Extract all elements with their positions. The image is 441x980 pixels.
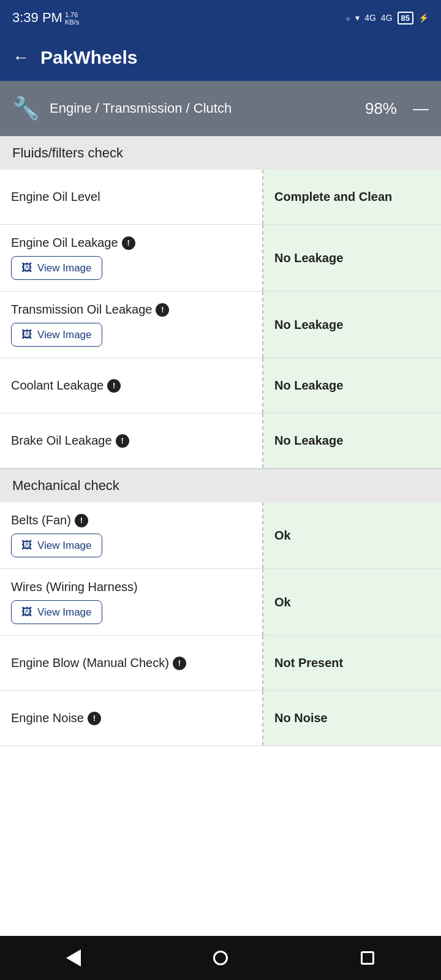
main-section-header: 🔧 Engine / Transmission / Clutch 98% —: [0, 81, 441, 136]
check-value: No Leakage: [274, 251, 343, 265]
check-left: Belts (Fan) ! 🖼 View Image: [0, 502, 263, 568]
info-icon: !: [116, 434, 129, 448]
check-right: Complete and Clean: [263, 170, 441, 224]
check-left: Brake Oil Leakage !: [0, 413, 263, 468]
signal-4g2-icon: 4G: [381, 13, 393, 23]
check-value: Ok: [274, 595, 291, 609]
check-left: Engine Oil Level: [0, 170, 263, 224]
check-label: Engine Blow (Manual Check) !: [11, 656, 251, 670]
image-icon: 🖼: [21, 262, 32, 274]
check-left: Engine Noise !: [0, 691, 263, 745]
check-value: Complete and Clean: [274, 190, 392, 204]
check-right: Ok: [263, 569, 441, 635]
check-right: No Leakage: [263, 413, 441, 468]
check-right: No Leakage: [263, 358, 441, 413]
check-left: Engine Oil Leakage ! 🖼 View Image: [0, 225, 263, 291]
check-label: Engine Oil Level: [11, 190, 251, 204]
home-nav-icon: [213, 951, 228, 965]
charging-icon: ⚡: [418, 13, 429, 23]
section-percent: 98%: [365, 99, 397, 118]
back-nav-icon: [66, 949, 81, 967]
view-image-button[interactable]: 🖼 View Image: [11, 323, 102, 347]
table-row: Wires (Wiring Harness) 🖼 View Image Ok: [0, 569, 441, 636]
check-right: Ok: [263, 502, 441, 568]
check-label: Engine Oil Leakage !: [11, 236, 251, 250]
info-icon: !: [107, 379, 121, 393]
section-title: Engine / Transmission / Clutch: [50, 100, 355, 116]
table-row: Engine Oil Leakage ! 🖼 View Image No Lea…: [0, 225, 441, 292]
check-label: Engine Noise !: [11, 711, 251, 725]
engine-icon: 🔧: [12, 96, 40, 121]
ai-icon: ⬦: [345, 13, 350, 23]
check-left: Transmission Oil Leakage ! 🖼 View Image: [0, 292, 263, 358]
check-value: Ok: [274, 529, 291, 543]
image-icon: 🖼: [21, 606, 32, 619]
check-label: Belts (Fan) !: [11, 513, 251, 527]
table-row: Engine Oil Level Complete and Clean: [0, 170, 441, 225]
check-left: Coolant Leakage !: [0, 358, 263, 413]
status-kb: 1.76 KB/s: [65, 11, 79, 26]
table-row: Belts (Fan) ! 🖼 View Image Ok: [0, 502, 441, 569]
home-nav-button[interactable]: [202, 940, 239, 976]
check-label: Coolant Leakage !: [11, 379, 251, 393]
battery-icon: 85: [398, 12, 413, 24]
navigation-bar: [0, 936, 441, 980]
image-icon: 🖼: [21, 328, 32, 341]
table-row: Transmission Oil Leakage ! 🖼 View Image …: [0, 292, 441, 358]
table-row: Coolant Leakage ! No Leakage: [0, 358, 441, 413]
info-icon: !: [122, 236, 135, 250]
view-image-button[interactable]: 🖼 View Image: [11, 600, 102, 624]
view-image-button[interactable]: 🖼 View Image: [11, 256, 102, 280]
content-area: Fluids/filters check Engine Oil Level Co…: [0, 136, 441, 790]
check-label: Wires (Wiring Harness): [11, 580, 251, 594]
status-icons: ⬦ ▾ 4G 4G 85 ⚡: [345, 12, 429, 24]
info-icon: !: [75, 514, 88, 527]
fluids-section-header: Fluids/filters check: [0, 136, 441, 170]
table-row: Engine Noise ! No Noise: [0, 691, 441, 746]
back-nav-button[interactable]: [55, 940, 92, 976]
info-icon: !: [156, 303, 169, 317]
info-icon: !: [88, 712, 101, 725]
check-label: Transmission Oil Leakage !: [11, 303, 251, 317]
recent-nav-button[interactable]: [349, 940, 386, 976]
check-left: Engine Blow (Manual Check) !: [0, 636, 263, 690]
check-right: No Leakage: [263, 225, 441, 291]
view-image-button[interactable]: 🖼 View Image: [11, 533, 102, 557]
check-left: Wires (Wiring Harness) 🖼 View Image: [0, 569, 263, 635]
image-icon: 🖼: [21, 539, 32, 552]
wifi-icon: ▾: [355, 13, 360, 23]
signal-4g-icon: 4G: [364, 13, 376, 23]
info-icon: !: [173, 657, 186, 670]
status-bar: 3:39 PM 1.76 KB/s ⬦ ▾ 4G 4G 85 ⚡: [0, 0, 441, 34]
check-value: No Leakage: [274, 318, 343, 332]
check-value: No Noise: [274, 711, 328, 725]
check-label: Brake Oil Leakage !: [11, 434, 251, 448]
app-title: PakWheels: [40, 47, 137, 68]
check-right: No Noise: [263, 691, 441, 745]
check-right: Not Present: [263, 636, 441, 690]
recent-nav-icon: [361, 951, 374, 965]
check-value: No Leakage: [274, 434, 343, 448]
mechanical-section-header: Mechanical check: [0, 469, 441, 502]
check-value: Not Present: [274, 656, 343, 670]
table-row: Brake Oil Leakage ! No Leakage: [0, 413, 441, 469]
check-value: No Leakage: [274, 379, 343, 393]
collapse-button[interactable]: —: [413, 99, 429, 118]
app-header: ← PakWheels: [0, 34, 441, 81]
status-time: 3:39 PM 1.76 KB/s: [12, 10, 79, 26]
check-right: No Leakage: [263, 292, 441, 358]
back-button[interactable]: ←: [12, 48, 29, 67]
table-row: Engine Blow (Manual Check) ! Not Present: [0, 636, 441, 691]
